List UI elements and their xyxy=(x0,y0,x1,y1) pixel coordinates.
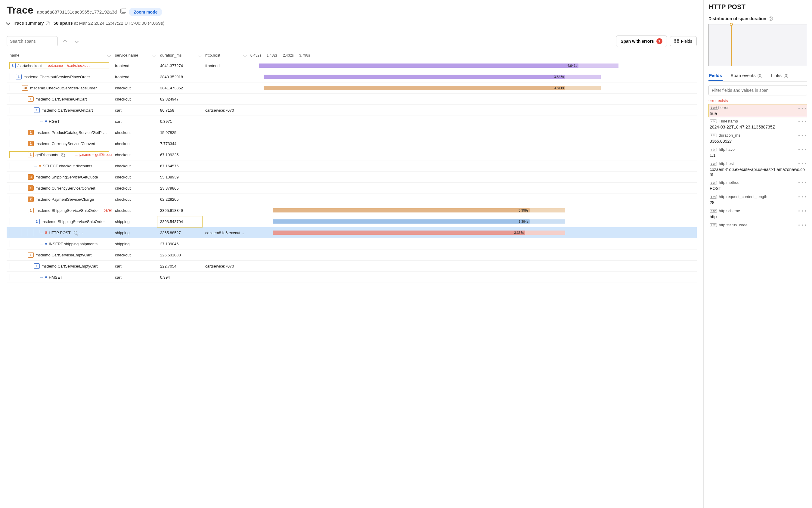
info-icon[interactable]: ? xyxy=(769,16,773,21)
field-menu-icon[interactable]: • • • xyxy=(799,161,807,166)
child-count-badge[interactable]: 1 xyxy=(28,141,34,146)
col-menu-icon[interactable] xyxy=(243,53,247,57)
field-menu-icon[interactable]: • • • xyxy=(799,223,807,227)
child-count-badge[interactable]: 1 xyxy=(28,130,34,135)
next-result-button[interactable] xyxy=(72,37,81,45)
field-menu-icon[interactable]: • • • xyxy=(799,119,807,124)
more-icon[interactable]: ··· xyxy=(79,230,83,235)
child-count-badge[interactable]: 1 xyxy=(28,252,34,258)
search-input[interactable] xyxy=(7,36,58,46)
field-row[interactable]: fltduration_ms3365.88527• • • xyxy=(709,131,807,145)
tab-fields[interactable]: Fields xyxy=(709,71,723,81)
timeline-cell xyxy=(247,127,697,138)
tab-span-events[interactable]: Span events(0) xyxy=(730,71,763,81)
table-row[interactable]: HTTP POST···shipping3365.88527cozaem81o6… xyxy=(7,227,697,238)
host-cell: cartservice:7070 xyxy=(202,105,247,116)
zoom-mode-button[interactable]: Zoom mode xyxy=(129,8,162,16)
child-count-badge[interactable]: 2 xyxy=(28,197,34,202)
child-count-badge[interactable]: 1 xyxy=(28,96,34,102)
table-row[interactable]: HMSETcart0.394 xyxy=(7,272,697,283)
timeline-cell xyxy=(247,272,697,283)
tab-links[interactable]: Links(0) xyxy=(770,71,789,81)
type-pill: int xyxy=(710,195,717,199)
field-value: POST xyxy=(710,186,806,191)
field-menu-icon[interactable]: • • • xyxy=(799,209,807,213)
service-cell: checkout xyxy=(112,82,157,94)
field-row[interactable]: inthttp.request_content_length28• • • xyxy=(709,193,807,207)
info-icon[interactable]: ? xyxy=(46,21,50,25)
col-service[interactable]: service.name xyxy=(112,50,157,60)
child-count-badge[interactable]: 2 xyxy=(34,219,40,224)
duration-cell: 55.138939 xyxy=(157,172,202,183)
field-row[interactable]: strhttp.hostcozaem81o6.execute-api.us-ea… xyxy=(709,160,807,178)
table-row[interactable]: 3msdemo.ShippingService/GetQuotecheckout… xyxy=(7,172,697,183)
table-row[interactable]: SELECT checkout.discountscheckout67.1645… xyxy=(7,160,697,172)
distribution-chart[interactable] xyxy=(709,24,807,66)
filter-fields-input[interactable] xyxy=(709,85,807,95)
field-row[interactable]: strhttp.schemehttp• • • xyxy=(709,207,807,221)
host-cell xyxy=(202,272,247,283)
span-with-errors-button[interactable]: Span with errors 1 xyxy=(616,36,667,47)
field-menu-icon[interactable]: • • • xyxy=(799,133,807,138)
field-menu-icon[interactable]: • • • xyxy=(799,180,807,185)
col-menu-icon[interactable] xyxy=(198,53,202,57)
field-row[interactable]: strhttp.methodPOST• • • xyxy=(709,178,807,193)
child-count-badge[interactable]: 1 xyxy=(34,263,40,269)
duration-cell: 4041.377274 xyxy=(157,60,202,71)
field-row[interactable]: strhttp.flavor1.1• • • xyxy=(709,145,807,160)
leaf-dot-icon xyxy=(45,120,47,122)
zoom-out-icon[interactable] xyxy=(74,231,77,235)
child-count-badge[interactable]: 1 xyxy=(28,208,34,213)
fields-button[interactable]: Fields xyxy=(670,36,697,46)
table-row[interactable]: INSERT shipping.shipmentsshipping27.1390… xyxy=(7,238,697,250)
timeline-cell: 3.366s xyxy=(247,227,697,238)
table-row[interactable]: 1msdemo.CurrencyService/Convertcheckout7… xyxy=(7,138,697,149)
col-menu-icon[interactable] xyxy=(107,53,111,57)
table-row[interactable]: 1msdemo.CartService/EmptyCartcart222.705… xyxy=(7,261,697,272)
child-count-badge[interactable]: 3 xyxy=(28,174,34,180)
service-cell: checkout xyxy=(112,205,157,216)
service-cell: cart xyxy=(112,272,157,283)
field-row[interactable]: strTimestamp2024-03-22T18:47:23.11358873… xyxy=(709,117,807,131)
trace-summary-toggle[interactable]: Trace summary ? xyxy=(7,20,50,26)
col-host[interactable]: http.host xyxy=(202,50,247,60)
table-row[interactable]: 1getDiscounts···any.name = getDiscountsc… xyxy=(7,149,697,160)
child-count-badge[interactable]: 1 xyxy=(16,74,22,79)
table-row[interactable]: 1msdemo.ShippingService/ShipOrderparent.… xyxy=(7,205,697,216)
col-name[interactable]: name xyxy=(7,50,112,60)
table-row[interactable]: 1msdemo.ProductCatalogService/GetPr…chec… xyxy=(7,127,697,138)
child-count-badge[interactable]: 1 xyxy=(28,185,34,191)
duration-bar: 3.366s xyxy=(273,230,525,235)
prev-result-button[interactable] xyxy=(61,37,69,45)
field-row[interactable]: inthttp.status_code• • • xyxy=(709,221,807,230)
table-row[interactable]: 8/cart/checkoutroot.name = /cart/checkou… xyxy=(7,60,697,71)
child-count-badge[interactable]: 1 xyxy=(34,108,40,113)
table-row[interactable]: 10msdemo.CheckoutService/PlaceOrdercheck… xyxy=(7,82,697,94)
child-count-badge[interactable]: 10 xyxy=(22,85,28,91)
timeline-cell xyxy=(247,149,697,160)
field-row[interactable]: boolerrortrue• • • xyxy=(709,104,807,117)
type-pill: str xyxy=(710,162,717,166)
table-row[interactable]: 2msdemo.ShippingService/ShipOrdershippin… xyxy=(7,216,697,227)
table-row[interactable]: 2msdemo.PaymentService/Chargecheckout62.… xyxy=(7,194,697,205)
zoom-in-icon[interactable] xyxy=(61,153,65,157)
table-row[interactable]: 1msdemo.CartService/GetCartcart80.7158ca… xyxy=(7,105,697,116)
copy-icon[interactable] xyxy=(120,9,125,13)
host-cell: frontend xyxy=(202,60,247,71)
table-row[interactable]: 1msdemo.CheckoutService/PlaceOrderfronte… xyxy=(7,71,697,82)
field-menu-icon[interactable]: • • • xyxy=(799,195,807,199)
table-row[interactable]: 1msdemo.CartService/EmptyCartcheckout226… xyxy=(7,250,697,261)
child-count-badge[interactable]: 8 xyxy=(10,63,16,68)
table-row[interactable]: HGETcart0.3971 xyxy=(7,116,697,127)
field-value: 2024-03-22T18:47:23.113588735Z xyxy=(710,125,806,129)
field-menu-icon[interactable]: • • • xyxy=(799,147,807,152)
field-menu-icon[interactable]: • • • xyxy=(799,106,807,111)
table-row[interactable]: 1msdemo.CurrencyService/Convertcheckout2… xyxy=(7,183,697,194)
child-count-badge[interactable]: 1 xyxy=(28,152,34,157)
duration-cell: 3843.352918 xyxy=(157,71,202,82)
col-duration[interactable]: duration_ms xyxy=(157,50,202,60)
more-icon[interactable]: ··· xyxy=(67,153,71,157)
field-name: error xyxy=(721,105,729,110)
table-row[interactable]: 1msdemo.CartService/GetCartcheckout82.82… xyxy=(7,94,697,105)
col-menu-icon[interactable] xyxy=(152,53,157,57)
